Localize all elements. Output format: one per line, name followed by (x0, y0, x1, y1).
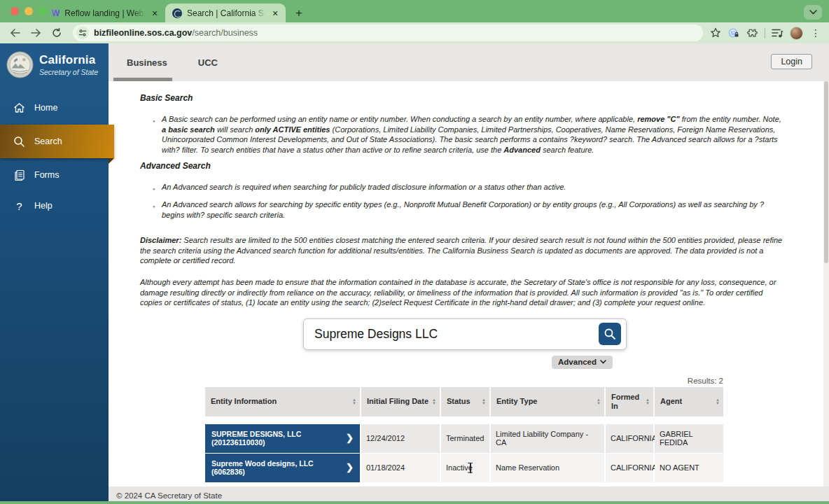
sidebar-item-forms[interactable]: Forms (0, 160, 109, 190)
back-button[interactable] (6, 24, 24, 42)
sort-icon[interactable]: ▲▼ (482, 398, 486, 405)
login-button[interactable]: Login (771, 54, 812, 69)
extensions-puzzle-icon[interactable] (746, 27, 758, 39)
status-cell: Inactive (441, 454, 491, 482)
search-row (303, 318, 627, 350)
column-header-entity-type[interactable]: Entity Type▲▼ (491, 387, 606, 416)
tab-business[interactable]: Business (111, 43, 183, 81)
entity-type-cell: Limited Liability Company - CA (491, 424, 606, 453)
help-icon: ? (13, 200, 25, 212)
main-area: Business UCC Login Basic Search A Basic … (109, 43, 829, 504)
sort-icon[interactable]: ▲▼ (597, 398, 601, 405)
entity-cell[interactable]: SUPREME DESIGNS, LLC (201236110030) ❯ (205, 424, 361, 453)
reload-button[interactable] (48, 24, 66, 42)
back-arrow-icon (10, 29, 20, 37)
advanced-search-bullet: An Advanced search allows for searching … (162, 200, 786, 220)
home-icon (13, 102, 25, 114)
scrollbar-thumb[interactable] (824, 81, 828, 263)
bookmark-star-icon[interactable] (710, 27, 721, 38)
sidebar-brand: California Secretary of State (0, 43, 109, 85)
magnifier-icon (604, 328, 616, 340)
address-bar[interactable]: bizfileonline.sos.ca.gov/search/business (73, 24, 703, 41)
sidebar-item-help[interactable]: ? Help (0, 190, 109, 221)
chevron-down-icon (600, 360, 606, 364)
filing-date-cell: 01/18/2024 (361, 454, 441, 482)
forward-button[interactable] (27, 24, 45, 42)
filing-date-cell: 12/24/2012 (361, 424, 441, 453)
sidebar-item-label: Home (34, 103, 57, 113)
url-path: /search/business (192, 28, 258, 38)
new-tab-button[interactable]: + (290, 4, 308, 22)
search-box (303, 318, 627, 350)
advanced-row: Advanced (140, 356, 627, 369)
column-header-agent[interactable]: Agent▲▼ (655, 387, 723, 416)
basic-search-bullet: A Basic search can be performed using an… (162, 114, 786, 155)
chevron-right-icon: ❯ (346, 463, 354, 472)
entity-name-number: Supreme Wood designs, LLC (6062836) (211, 459, 346, 477)
webstudio-favicon-icon: W (52, 8, 60, 18)
sort-icon[interactable]: ▲▼ (646, 398, 650, 405)
advanced-search-heading: Advanced Search (140, 161, 786, 171)
forward-arrow-icon (31, 29, 41, 37)
entity-cell[interactable]: Supreme Wood designs, LLC (6062836) ❯ (205, 454, 361, 482)
sort-icon[interactable]: ▲▼ (352, 398, 356, 405)
disclaimer-paragraph: Disclaimer: Search results are limited t… (140, 235, 786, 266)
sidebar-nav: Home Search Forms ? Help (0, 92, 109, 221)
search-submit-button[interactable] (599, 323, 621, 345)
profile-avatar[interactable] (790, 27, 803, 40)
table-row: SUPREME DESIGNS, LLC (201236110030) ❯ 12… (205, 424, 723, 453)
advanced-toggle-button[interactable]: Advanced (552, 356, 613, 369)
media-playlist-icon[interactable] (772, 28, 783, 38)
tab-close-icon[interactable]: × (270, 8, 280, 19)
privacy-badge-icon[interactable] (727, 27, 740, 39)
ca-sos-favicon-icon (172, 8, 182, 18)
minimize-window-icon[interactable] (25, 7, 33, 15)
sidebar-item-home[interactable]: Home (0, 92, 109, 123)
table-row: Supreme Wood designs, LLC (6062836) ❯ 01… (205, 454, 723, 482)
sort-icon[interactable]: ▲▼ (716, 398, 720, 405)
sidebar: California Secretary of State Home Searc… (0, 43, 109, 504)
kebab-menu-icon[interactable]: ⋮ (809, 27, 822, 38)
zoom-window-icon[interactable] (39, 7, 47, 15)
brand-title: California (39, 53, 98, 67)
site-settings-icon[interactable] (76, 27, 89, 39)
column-header-status[interactable]: Status▲▼ (441, 387, 491, 416)
tab-list: W Reflow landing | Webstudio × Search | … (45, 4, 308, 22)
entity-name-number: SUPREME DESIGNS, LLC (201236110030) (211, 430, 346, 447)
main-header: Business UCC Login (109, 43, 829, 81)
liability-paragraph: Although every attempt has been made to … (140, 277, 786, 308)
results-count: Results: 2 (140, 377, 723, 385)
tab-search-chevron-button[interactable] (804, 5, 822, 20)
sidebar-item-label: Forms (34, 170, 59, 180)
page-scrollbar[interactable] (823, 81, 829, 486)
sort-icon[interactable]: ▲▼ (432, 398, 436, 405)
results-table: Entity Information▲▼ Initial Filing Date… (205, 387, 723, 482)
tab-label: Business (127, 57, 167, 68)
table-header-row: Entity Information▲▼ Initial Filing Date… (205, 387, 723, 416)
search-icon (13, 136, 25, 148)
browser-tab-webstudio[interactable]: W Reflow landing | Webstudio × (45, 4, 165, 22)
close-window-icon[interactable] (11, 7, 19, 15)
sidebar-item-search[interactable]: Search (0, 125, 114, 158)
traffic-lights (11, 7, 47, 15)
brand-subtitle: Secretary of State (39, 68, 98, 76)
url-text: bizfileonline.sos.ca.gov/search/business (94, 28, 258, 38)
table-body: SUPREME DESIGNS, LLC (201236110030) ❯ 12… (205, 424, 723, 482)
column-header-entity-information[interactable]: Entity Information▲▼ (205, 387, 361, 416)
advanced-search-bullets: An Advanced search is required when sear… (140, 182, 786, 220)
forms-icon (13, 169, 25, 181)
formed-in-cell: CALIFORNIA (606, 454, 655, 482)
tab-close-icon[interactable]: × (150, 8, 160, 19)
tab-title: Search | California Secretary o (187, 8, 265, 18)
chevron-right-icon: ❯ (346, 434, 354, 443)
chevron-down-icon (809, 10, 817, 15)
agent-cell: NO AGENT (655, 454, 723, 482)
browser-toolbar: bizfileonline.sos.ca.gov/search/business… (0, 22, 829, 43)
column-header-formed-in[interactable]: Formed In▲▼ (606, 387, 655, 416)
column-header-initial-filing-date[interactable]: Initial Filing Date▲▼ (361, 387, 441, 416)
browser-tab-sos-search[interactable]: Search | California Secretary o × (165, 4, 286, 22)
entity-type-cell: Name Reservation (491, 454, 606, 482)
entity-search-input[interactable] (314, 327, 599, 342)
basic-search-heading: Basic Search (140, 93, 786, 103)
tab-ucc[interactable]: UCC (183, 43, 233, 81)
